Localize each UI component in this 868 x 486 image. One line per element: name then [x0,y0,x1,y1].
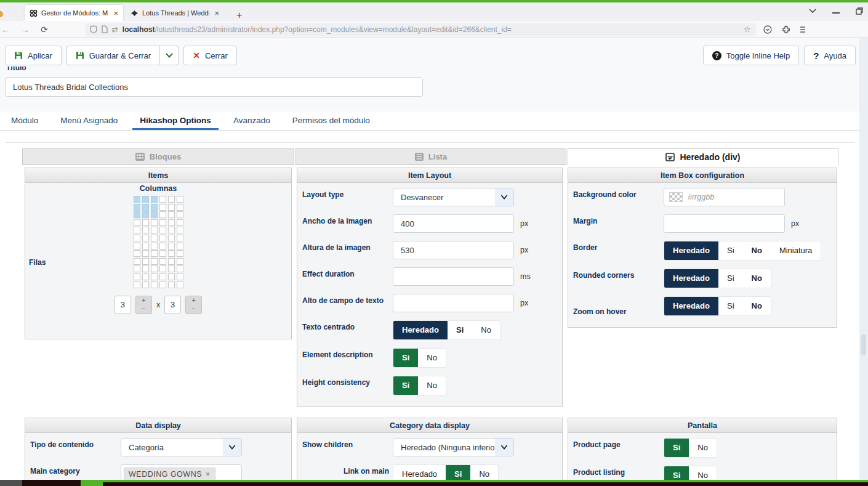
grid-cell[interactable] [134,265,140,272]
grid-cell[interactable] [134,250,140,257]
columns-count-input[interactable] [115,296,131,314]
grid-cell[interactable] [151,196,158,203]
layout-tab-bloques[interactable]: Bloques [22,148,294,165]
grid-cell[interactable] [168,196,175,203]
tab-list-chevron-icon[interactable] [809,9,816,14]
pocket-icon[interactable] [763,25,772,34]
grid-cell[interactable] [159,273,166,280]
grid-cell[interactable] [168,265,175,272]
toggle-option-heredado[interactable]: Heredado [393,321,448,339]
color-input[interactable] [664,188,785,206]
grid-cell[interactable] [168,235,175,241]
aplicar-button[interactable]: Aplicar [5,46,62,65]
grid-cell[interactable] [168,204,175,211]
grid-cell[interactable] [151,235,158,241]
grid-cell[interactable] [168,243,175,249]
scrollbar-thumb[interactable] [861,334,866,355]
grid-cell[interactable] [142,281,149,288]
select-layout-type[interactable]: Desvanecer [393,188,514,206]
toggle-option-heredado[interactable]: Heredado [664,297,718,315]
grid-cell[interactable] [134,243,140,249]
grid-cell[interactable] [177,273,183,280]
tab-men-asignado[interactable]: Menú Asignado [53,111,125,130]
grid-cell[interactable] [134,235,140,241]
grid-cell[interactable] [159,243,166,249]
toggle-option-heredado[interactable]: Heredado [664,241,718,260]
new-tab-button[interactable]: + [233,10,246,21]
grid-cell[interactable] [159,250,166,257]
grid-cell[interactable] [151,219,158,226]
grid-cell[interactable] [177,227,183,233]
input-margin[interactable] [664,214,785,233]
toggle-option-miniatura[interactable]: Miniatura [771,241,821,260]
toggle-option-si[interactable]: Si [718,241,743,260]
grid-cell[interactable] [151,273,158,280]
toggle-option-si[interactable]: Si [448,321,472,339]
grid-cell[interactable] [177,281,183,288]
grid-cell[interactable] [177,250,183,257]
grid-cell[interactable] [151,258,158,265]
titulo-input[interactable] [5,77,423,97]
forward-button[interactable]: → [21,25,30,34]
grid-cell[interactable] [168,281,175,288]
toggle-option-si[interactable]: Si [393,349,418,367]
grid-cell[interactable] [151,227,158,233]
toggle-option-no[interactable]: No [743,297,771,315]
ayuda-button[interactable]: ? Ayuda [804,46,856,65]
grid-cell[interactable] [177,211,183,218]
grid-cell[interactable] [159,219,166,226]
grid-cell[interactable] [142,258,149,265]
input-effect-duration[interactable] [393,267,514,286]
input-altura-de-la-imagen[interactable] [393,241,514,259]
plus-icon[interactable]: + [136,296,151,305]
grid-cell[interactable] [168,219,175,226]
tab-permisos-del-m-dulo[interactable]: Permisos del módulo [285,111,377,130]
page-scrollbar[interactable] [859,38,868,486]
bookmark-star-icon[interactable]: ☆ [744,25,751,34]
minus-icon[interactable]: − [186,305,201,314]
grid-cell[interactable] [151,250,158,257]
grid-cell[interactable] [134,219,140,226]
rows-count-input[interactable] [164,296,181,314]
browser-tab[interactable]: Lotus Threads | Wedding Gowns× [126,5,224,21]
close-icon[interactable]: × [113,9,118,18]
grid-cell[interactable] [159,281,166,288]
grid-cell[interactable] [151,243,158,249]
save-options-dropdown[interactable] [160,46,179,65]
guardar-cerrar-button[interactable]: Guardar & Cerrar [66,46,160,65]
tab-m-dulo[interactable]: Módulo [4,111,46,130]
grid-cell[interactable] [142,243,149,249]
extensions-puzzle-icon[interactable] [782,25,790,34]
grid-cell[interactable] [134,258,140,265]
grid-cell[interactable] [159,258,166,265]
layout-tab-lista[interactable]: Lista [295,148,566,165]
toggle-option-si[interactable]: Si [393,376,418,395]
tab-avanzado[interactable]: Avanzado [226,111,278,130]
grid-cell[interactable] [142,211,149,218]
toggle-inline-help-button[interactable]: ? Toggle Inline Help [703,46,799,65]
grid-cell[interactable] [168,273,175,280]
columns-rows-grid[interactable] [134,196,183,288]
grid-cell[interactable] [134,196,140,203]
grid-cell[interactable] [168,258,175,265]
back-button[interactable]: ← [1,25,10,34]
grid-cell[interactable] [142,250,149,257]
url-bar[interactable]: ⇄ localhost/lotusthreads23/administrator… [85,23,756,36]
grid-cell[interactable] [177,243,183,249]
grid-cell[interactable] [134,227,140,233]
grid-cell[interactable] [177,196,183,203]
columns-stepper[interactable]: + − [135,296,152,314]
toggle-option-no[interactable]: No [418,349,446,367]
grid-cell[interactable] [168,250,175,257]
input-alto-de-campo-de-texto[interactable] [393,294,514,312]
grid-cell[interactable] [134,211,140,218]
grid-cell[interactable] [177,258,183,265]
grid-cell[interactable] [142,196,149,203]
grid-cell[interactable] [142,265,149,272]
rows-stepper[interactable]: + − [185,296,202,314]
grid-cell[interactable] [177,235,183,241]
grid-cell[interactable] [177,265,183,272]
grid-cell[interactable] [142,204,149,211]
grid-cell[interactable] [177,204,183,211]
reload-button[interactable]: ⟳ [41,25,48,34]
